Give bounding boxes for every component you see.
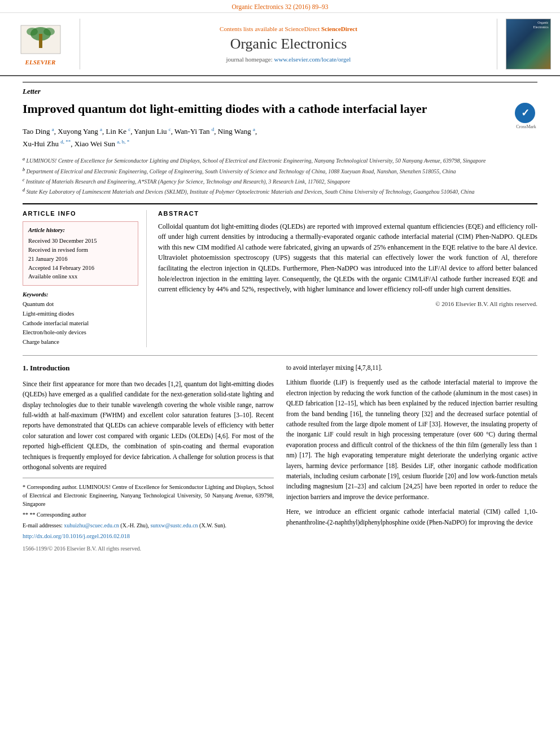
doi-link[interactable]: http://dx.doi.org/10.1016/j.orgel.2016.0… (23, 533, 130, 539)
svg-point-3 (27, 28, 38, 36)
cover-title-text: OrganicElectronics (533, 21, 549, 30)
corresponding-author-1-label: Corresponding author. LUMINOUS! Centre o… (23, 484, 274, 507)
elsevier-emblem-icon (18, 23, 63, 56)
issn-line: 1566-1199/© 2016 Elsevier B.V. All right… (23, 544, 274, 553)
available-online: Available online xxx (28, 272, 133, 281)
journal-info-center: Contents lists available at ScienceDirec… (86, 19, 491, 69)
crossmark-icon: ✓ (515, 103, 535, 123)
article-type-label: Letter (23, 82, 537, 96)
affiliation-c: c Institute of Materials Research and En… (23, 177, 537, 186)
intro-para-1: Since their first appearance for more th… (23, 379, 274, 473)
elsevier-wordmark: ELSEVIER (25, 59, 56, 65)
affiliation-b: b Department of Electrical and Electroni… (23, 167, 537, 176)
email-label: E-mail addresses: (23, 522, 64, 528)
journal-citation: Organic Electronics 32 (2016) 89–93 (232, 3, 329, 10)
svg-rect-2 (39, 34, 42, 48)
journal-title: Organic Electronics (230, 36, 347, 53)
other-text: other (438, 462, 451, 469)
affiliation-d: d State Key Laboratory of Luminescent Ma… (23, 187, 537, 196)
authors-line: Tao Ding a, Xuyong Yang a, Lin Ke c, Yan… (23, 125, 537, 150)
top-bar: Organic Electronics 32 (2016) 89–93 (0, 0, 560, 13)
introduction-heading: 1. Introduction (23, 362, 274, 374)
intro-para-2: to avoid interlayer mixing [4,7,8,11]. (286, 362, 537, 373)
crossmark-badge[interactable]: ✓ CrossMark (515, 103, 537, 125)
affiliation-a: a LUMINOUS! Centre of Excellence for Sem… (23, 156, 537, 165)
corresponding-star: * (23, 484, 27, 490)
received-date: Received 30 December 2015 (28, 237, 133, 246)
svg-point-4 (43, 28, 55, 36)
keyword-quantum-dot: Quantum dot (23, 300, 138, 309)
intro-para-4: Here, we introduce an efficient organic … (286, 506, 537, 527)
abstract-text: Colloidal quantum dot light-emitting dio… (158, 221, 537, 295)
received-revised-date: 21 January 2016 (28, 255, 133, 264)
footnote-corresponding-2: ** ** Corresponding author (23, 510, 274, 519)
received-revised-label: Received in revised form (28, 246, 133, 255)
footnote-corresponding-1: * Corresponding author. LUMINOUS! Centre… (23, 483, 274, 508)
keywords-label: Keywords: (23, 291, 138, 298)
article-title: Improved quantum dot light-emitting diod… (23, 101, 427, 117)
corresponding-star-2: ** (23, 512, 30, 518)
email-name-1: (X.-H. Zhu), (120, 522, 150, 528)
keywords-section: Keywords: Quantum dot Light-emitting dio… (23, 291, 138, 347)
article-info-column: ARTICLE INFO Article history: Received 3… (23, 210, 147, 347)
journal-cover-section: OrganicElectronics (497, 19, 553, 69)
accepted-date: Accepted 14 February 2016 (28, 264, 133, 273)
body-col-right: to avoid interlayer mixing [4,7,8,11]. L… (286, 362, 537, 553)
abstract-label: ABSTRACT (158, 210, 537, 217)
intro-para-3: Lithium fluoride (LiF) is frequently use… (286, 377, 537, 502)
keyword-cathode: Cathode interfacial material (23, 319, 138, 329)
keyword-led: Light-emitting diodes (23, 309, 138, 319)
keyword-charge: Charge balance (23, 338, 138, 347)
doi-line: http://dx.doi.org/10.1016/j.orgel.2016.0… (23, 532, 274, 541)
journal-header: ELSEVIER Contents lists available at Sci… (0, 13, 560, 76)
journal-homepage: journal homepage: www.elsevier.com/locat… (226, 56, 351, 63)
section-divider (23, 355, 537, 356)
article-history-box: Article history: Received 30 December 20… (23, 221, 138, 286)
article-info-label: ARTICLE INFO (23, 210, 138, 217)
crossmark-label: CrossMark (515, 124, 537, 129)
email-link-1[interactable]: xuhuizhu@scuec.edu.cn (64, 522, 119, 528)
homepage-link[interactable]: www.elsevier.com/locate/orgel (274, 56, 351, 63)
history-label: Article history: (28, 226, 133, 235)
main-content: Letter Improved quantum dot light-emitti… (0, 76, 560, 558)
email-footnote: E-mail addresses: xuhuizhu@scuec.edu.cn … (23, 521, 274, 530)
info-abstract-row: ARTICLE INFO Article history: Received 3… (23, 203, 537, 347)
abstract-column: ABSTRACT Colloidal quantum dot light-emi… (158, 210, 537, 347)
science-direct-brand: ScienceDirect (321, 25, 357, 32)
science-direct-link: Contents lists available at ScienceDirec… (220, 25, 357, 32)
body-two-col: 1. Introduction Since their first appear… (23, 362, 537, 553)
elsevier-logo-section: ELSEVIER (7, 19, 80, 69)
journal-cover-image: OrganicElectronics (506, 19, 551, 69)
title-crossmark-row: Improved quantum dot light-emitting diod… (23, 101, 537, 125)
abstract-copyright: © 2016 Elsevier B.V. All rights reserved… (158, 300, 537, 307)
body-col-left: 1. Introduction Since their first appear… (23, 362, 274, 553)
footnotes-area: * Corresponding author. LUMINOUS! Centre… (23, 478, 274, 553)
corresponding-author-2-label: ** Corresponding author (30, 512, 86, 518)
email-name-2: (X.W. Sun). (199, 522, 226, 528)
email-link-2[interactable]: sunxw@sustc.edu.cn (150, 522, 198, 528)
keyword-electron-hole: Electron/hole-only devices (23, 328, 138, 338)
affiliations-section: a LUMINOUS! Centre of Excellence for Sem… (23, 156, 537, 196)
